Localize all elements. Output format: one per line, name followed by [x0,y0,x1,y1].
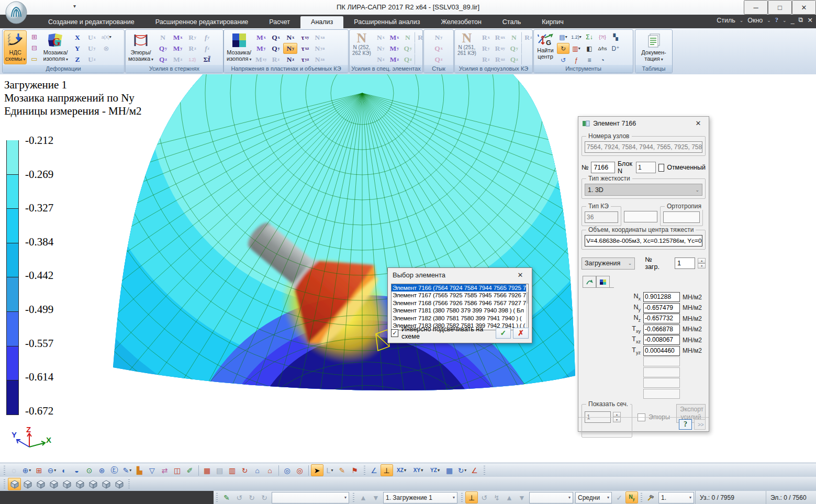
brush-icon[interactable]: ✐ [184,464,196,476]
filter-icon[interactable]: ▽ [146,464,159,476]
ribbon-cell-button[interactable]: Rx [479,32,493,43]
ribbon-cell-button[interactable]: Qz [156,54,170,65]
rotate-view-icon[interactable]: ↻▾ [456,464,468,476]
ribbon-cell-button[interactable]: Rux [493,32,507,43]
animate-scale-icon[interactable]: ↻ [557,43,569,54]
prev-load-icon[interactable]: ▲ [357,491,370,503]
onenode-n-button[interactable]: N N (251,261 КЭ) [456,30,478,64]
redo-icon[interactable]: ↻ [245,491,258,503]
ribbon-tab[interactable]: Создание и редактирование [38,16,145,28]
force-diagram-icon[interactable]: ƒ [570,54,583,65]
flatten-icon[interactable]: ◒ [71,464,83,476]
load-case-combo[interactable]: 1. Загружение 1▾ [383,492,457,503]
view-bottom-button[interactable] [99,478,113,490]
marked-checkbox[interactable] [658,164,665,172]
deformed-scheme-icon[interactable]: ⊟ [28,42,40,53]
ax-mosaic-icon[interactable]: a(X)▾ [100,31,113,42]
ribbon-cell-button[interactable]: Nx [283,32,297,43]
ribbon-cell-button[interactable]: τxy [298,32,312,43]
ribbon-cell-button[interactable]: My [387,43,401,54]
force-value-field[interactable] [643,356,680,366]
view-left-button[interactable] [47,478,60,490]
sum-loads-icon[interactable]: Σ↓ [583,31,596,42]
more-button[interactable]: >> [694,419,706,430]
node-numbers-field[interactable]: 7564, 7924, 7584, 7944, 7565, 7925, 7585… [585,141,702,153]
numbering-icon[interactable]: 1.2)▾ [570,31,583,42]
ribbon-cell-button[interactable]: τyz [298,54,312,65]
element-scale-icon[interactable]: Ⓔ [108,464,121,476]
ribbon-cell-button[interactable]: Nza [312,54,327,65]
ribbon-cell-button[interactable]: Uz [85,54,99,65]
force-value-field[interactable] [643,367,680,377]
inverse-highlight-checkbox[interactable]: ✓ [391,329,398,337]
ribbon-cell-button[interactable]: Rz [269,54,283,65]
ribbon-cell-button[interactable]: Uy [85,43,99,54]
ribbon-cell-button[interactable]: Mxy [254,54,268,65]
ribbon-cell-button[interactable]: Ruz [493,54,507,65]
ribbon-cell-button[interactable]: Rz [479,54,493,65]
query-icon[interactable]: {?!} [596,31,609,42]
frame-select-icon[interactable]: ◫ [171,464,184,476]
zoom-window-icon[interactable]: ⊙ [83,464,96,476]
rotate-model-icon[interactable]: ⊕▾ [20,464,33,476]
nds-schemes-button[interactable]: НДСсхемы [4,30,27,64]
ribbon-cell-button[interactable]: fy [200,32,214,43]
ribbon-cell-button[interactable]: N [156,32,170,43]
ribbon-cell-button[interactable]: Qx [432,43,446,54]
plane-yz-icon[interactable]: YZ▾ [427,464,443,476]
restore-view-icon[interactable]: ⊛ [96,464,108,476]
shower-icon[interactable]: ≡ [583,54,596,65]
mdi-close-button[interactable]: ✕ [808,16,813,24]
mode-combo[interactable]: ▾ [529,492,573,503]
search-rotate-icon[interactable]: ↺ [557,54,569,65]
ribbon-cell-button[interactable]: Qy [507,43,521,54]
plane-xy-icon[interactable]: XY▾ [410,464,427,476]
apply-icon[interactable]: ✓ [613,491,625,503]
ribbon-cell-button[interactable]: Ux [85,32,99,43]
fragment-icon[interactable]: ◐ [58,464,71,476]
ribbon-tab[interactable]: Анализ [300,16,343,28]
element-number-field[interactable]: 7166 [591,162,615,173]
force-value-field[interactable] [643,378,680,388]
plane-xz-icon[interactable]: XZ▾ [393,464,410,476]
next-load-icon[interactable]: ▼ [370,491,382,503]
dialog-close-icon[interactable]: ✕ [513,271,527,279]
panel-close-icon[interactable]: ✕ [692,119,705,128]
list-item[interactable]: Элемент 7166 (7564 7924 7584 7944 7565 7… [392,284,526,292]
ucs-icon[interactable]: ∠ [468,464,481,476]
restore-hidden-icon[interactable]: ▥ [226,464,239,476]
flashlight-icon[interactable]: ➤ [311,464,323,476]
fe-type-field[interactable]: 36 [585,211,618,223]
app-logo-icon[interactable] [5,1,27,26]
ribbon-tab[interactable]: Сталь [492,16,531,28]
history-combo[interactable]: ▾ [272,492,349,503]
timer-icon[interactable]: ◔ [596,54,609,65]
confirm-button[interactable]: ✓ [496,328,511,339]
undo-icon[interactable]: ✎ [220,491,233,503]
ruler-icon[interactable]: ▭ [28,54,40,64]
local-epure-icon[interactable]: ⊥ [465,491,478,503]
zoom-out-icon[interactable]: ⊖▾ [46,464,58,476]
ribbon-cell-button[interactable]: Ry [479,43,493,54]
rod-epure-button[interactable]: Эпюры/мозаика [127,30,155,64]
view-clip-button[interactable] [60,478,73,490]
force-value-field[interactable]: -0.657479 [643,303,680,313]
ribbon-cell-button[interactable]: Ruy [493,43,507,54]
force-value-field[interactable] [643,389,680,399]
redo-history-icon[interactable]: ↻ [258,491,271,503]
help-button[interactable]: ? [679,419,692,430]
ribbon-cell-button[interactable]: Σf̄ [200,54,214,65]
d-plus-icon[interactable]: D⁺ [609,43,622,54]
list-scrollbar[interactable]: ▲ ▼ [526,284,529,330]
ribbon-cell-button[interactable]: Mz [171,54,185,65]
volume-field[interactable]: V=4.68638e-005м3, Xc=0.125786м, Yc=0.057… [585,235,702,247]
ribbon-cell-button[interactable]: Ny [374,43,388,54]
step-down-icon[interactable]: ▼ [516,491,528,503]
hide-selected-icon[interactable]: ▦ [201,464,214,476]
ribbon-cell-button[interactable]: Rz [185,43,199,54]
ribbon-cell-button[interactable]: X [71,32,85,43]
ribbon-cell-button[interactable]: Nx [374,32,388,43]
ribbon-cell-button[interactable]: fz [200,43,214,54]
ribbon-cell-button[interactable]: Z [71,54,85,65]
ribbon-cell-button[interactable]: Qy [156,43,170,54]
